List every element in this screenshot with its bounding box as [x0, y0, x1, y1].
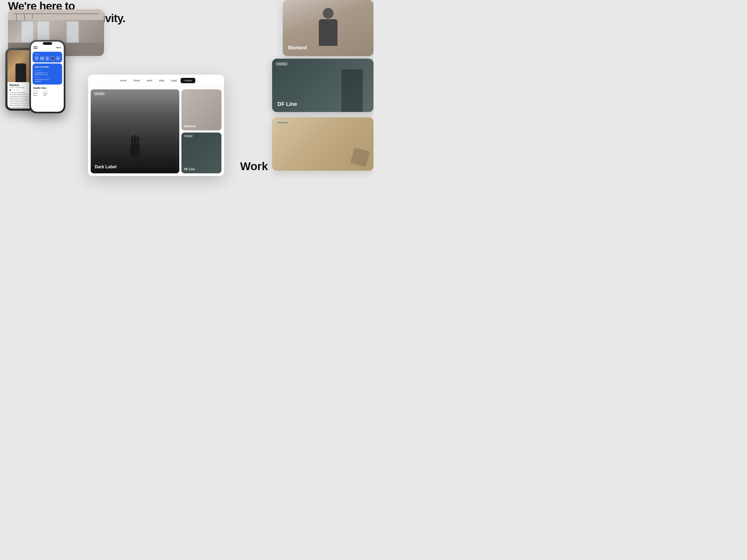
figure-head: [323, 8, 334, 19]
lyra-text: lyra: [40, 57, 44, 59]
logo-square: ⬛: [51, 56, 55, 61]
website-side-cards: Blanked Branding DF Line: [181, 89, 222, 174]
phone-back-year-type: 2024 / Webdesign: [9, 86, 32, 88]
website-dfline-badge: Branding: [184, 135, 193, 137]
blanked-card[interactable]: Blanked: [283, 0, 374, 56]
office-address-2: Prague 8: [35, 81, 60, 82]
office-label: OFFICE: [35, 77, 60, 78]
person-figure: [315, 8, 341, 51]
hand-palm: [130, 144, 140, 157]
work-section-label: Work: [240, 160, 268, 173]
contact-email: studio@veru.com: [35, 72, 60, 74]
nav-about[interactable]: About: [130, 78, 143, 83]
hamburger-icon[interactable]: [34, 46, 37, 49]
webdesign-shape: [350, 148, 370, 167]
webdesign-background: [272, 117, 374, 171]
phone-notch: [43, 42, 52, 45]
phone-front-mockup: Menu Clients ✳ lyra ◎ ⬛: [29, 40, 66, 113]
footer-about-link[interactable]: About: [33, 95, 38, 96]
menu-line-1: [34, 46, 37, 47]
square-icon: ⬛: [51, 57, 54, 60]
star-icon: ✳: [36, 57, 38, 60]
carousel-dots: [9, 89, 32, 91]
client-logos-row: ✳ lyra ◎ ⬛ logo: [35, 56, 60, 61]
pipe-1: [16, 14, 17, 21]
window-2: [37, 21, 49, 43]
office-section: OFFICE Na Karmell 2711/19 Prague 8: [35, 77, 60, 82]
webdesign-card[interactable]: Webdesign: [272, 117, 374, 171]
window-1: [21, 21, 33, 43]
phone-back-project-name: Blanked: [9, 84, 32, 86]
website-blanked-label: Blanked: [184, 125, 196, 128]
dfline-card[interactable]: Branding DF Line: [272, 59, 374, 112]
footer-404-link[interactable]: 404: [44, 95, 48, 96]
pipe-2: [24, 14, 25, 20]
logo-text: logo: [56, 56, 60, 61]
footer-home-link[interactable]: Home: [33, 92, 38, 94]
window-3: [67, 21, 79, 43]
figure-body: [319, 19, 337, 46]
footer-links: STUDIO Home About INFO Legal 404: [33, 90, 61, 96]
dfline-figure: [341, 69, 363, 112]
phone-back-body-text: Lorem ipsum dolor sit amet, consectetur …: [9, 92, 32, 109]
office-address-1: Na Karmell 2711/19: [35, 79, 60, 80]
get-in-touch-heading: Get in touch: [35, 65, 60, 68]
website-dfline-label: DF Line: [184, 167, 195, 171]
dark-label-image: [91, 89, 179, 174]
dot-1: [9, 89, 11, 91]
footer-info-col: INFO Legal 404: [44, 90, 48, 96]
right-section: Blanked Branding DF Line Webdesign: [224, 0, 374, 280]
dark-label-badge: Branding: [93, 92, 105, 96]
logo-star: ✳: [35, 56, 39, 61]
clients-section: Clients ✳ lyra ◎ ⬛ logo: [32, 52, 62, 62]
dot-5: [18, 89, 20, 91]
footer-legal-link[interactable]: Legal: [44, 92, 48, 94]
contact-section: Get in touch CONTACT studio@veru.com (42…: [32, 63, 62, 84]
finger-1: [131, 136, 133, 144]
pipe-3: [32, 14, 33, 19]
finger-2: [134, 135, 136, 144]
footer-info-label: INFO: [44, 90, 48, 92]
dfline-title: DF Line: [278, 101, 297, 107]
logo-circle: ◎: [45, 56, 49, 61]
phone-front-screen: Menu Clients ✳ lyra ◎ ⬛: [31, 42, 64, 112]
menu-label[interactable]: Menu: [56, 47, 61, 49]
clients-label: Clients: [35, 53, 60, 55]
contact-label: CONTACT: [35, 70, 60, 72]
logo-text-item: logo: [56, 58, 59, 59]
website-dfline-card[interactable]: Branding DF Line: [181, 133, 222, 174]
nav-home[interactable]: Home: [117, 78, 130, 83]
hand-shadow: [127, 131, 143, 157]
nav-blog[interactable]: Blog: [156, 78, 167, 83]
logo-lyra: lyra: [40, 56, 44, 61]
room-ceiling: [8, 9, 104, 20]
blanked-title: Blanked: [288, 45, 307, 51]
ceiling-pipe: [14, 14, 99, 14]
nav-work[interactable]: Work: [144, 78, 156, 83]
dot-2: [12, 89, 13, 91]
footer-studio-label: STUDIO: [33, 90, 38, 92]
nav-legal[interactable]: Legal: [168, 78, 180, 83]
nav-contact[interactable]: Contact: [181, 78, 195, 83]
website-mockup: Home About Work Blog Legal Contact Brand…: [88, 75, 224, 176]
webdesign-badge: Webdesign: [275, 121, 290, 125]
website-navbar: Home About Work Blog Legal Contact: [88, 75, 224, 87]
dark-label-title: Dark Label: [95, 164, 117, 169]
website-blanked-card[interactable]: Blanked: [181, 89, 222, 130]
website-main-content: Branding Dark Label Blanked Branding: [88, 87, 224, 176]
dfline-branding-badge: Branding: [275, 62, 288, 66]
studio-name: Studio Veru: [33, 87, 61, 89]
contact-phone: (420) 019 271 742: [35, 74, 60, 76]
person-silhouette: [16, 63, 26, 82]
footer-studio-col: STUDIO Home About: [33, 90, 38, 96]
dark-label-card[interactable]: Branding Dark Label: [91, 89, 179, 174]
menu-line-2: [34, 48, 37, 48]
menu-line-3: [34, 48, 37, 49]
circle-icon: ◎: [46, 57, 49, 60]
dot-3: [14, 89, 15, 91]
phone-footer: Studio Veru STUDIO Home About INFO Legal…: [31, 86, 64, 97]
finger-3: [137, 136, 139, 144]
dot-4: [16, 89, 17, 91]
